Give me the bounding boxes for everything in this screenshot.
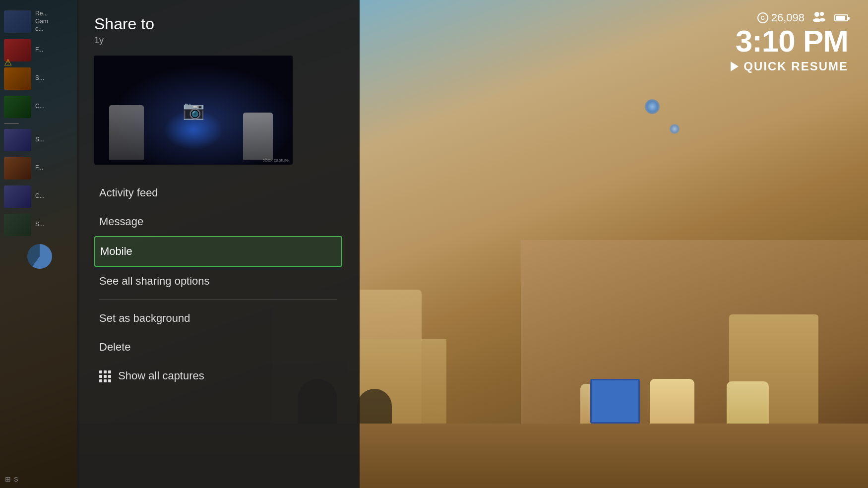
- sidebar-item-3[interactable]: S...: [0, 64, 79, 93]
- svg-point-3: [819, 18, 825, 22]
- sidebar-bottom: ⊞ S: [5, 475, 18, 483]
- gamerscore-value: 26,098: [771, 11, 805, 24]
- sidebar-label-4: C...: [35, 103, 45, 111]
- sidebar-label-3: S...: [35, 74, 44, 82]
- sidebar-label-7: C...: [35, 192, 45, 200]
- hud-battery: [833, 14, 848, 21]
- sidebar-thumb-4: [4, 96, 31, 118]
- sidebar-label-2: F...: [35, 46, 43, 54]
- hud: G 26,098 3:10 PM QUICK RESUME: [731, 11, 848, 73]
- svg-point-2: [820, 12, 824, 16]
- activity-feed-button[interactable]: Activity feed: [94, 179, 342, 207]
- sidebar-item-8[interactable]: S...: [0, 211, 79, 239]
- see-all-sharing-button[interactable]: See all sharing options: [94, 267, 342, 296]
- quick-resume[interactable]: QUICK RESUME: [731, 60, 848, 73]
- warning-icon: ⚠: [4, 57, 12, 68]
- sidebar-bottom-label: S: [14, 476, 18, 483]
- show-all-captures-button[interactable]: Show all captures: [94, 362, 342, 390]
- menu-divider: [99, 300, 337, 300]
- camera-icon: 📷: [183, 100, 205, 121]
- battery-bar: [834, 14, 848, 21]
- sidebar-thumb-6: [4, 157, 31, 180]
- preview-character-right: [243, 113, 273, 160]
- set-background-button[interactable]: Set as background: [94, 304, 342, 333]
- sidebar-label-6: F...: [35, 164, 43, 172]
- sidebar-item-2[interactable]: F...: [0, 36, 79, 64]
- svg-point-0: [814, 12, 819, 17]
- delete-button[interactable]: Delete: [94, 333, 342, 362]
- grid-icon: ⊞: [5, 475, 11, 483]
- preview-character-left: [109, 105, 144, 160]
- hud-gamerscore: G 26,098: [757, 11, 805, 24]
- share-panel: Share to 1y 📷 xbox capture Activity feed…: [77, 0, 360, 488]
- sidebar-thumb-3: [4, 67, 31, 90]
- share-subtitle: 1y: [94, 35, 342, 46]
- gamerscore-icon: G: [757, 12, 768, 23]
- hud-time: 3:10 PM: [731, 26, 848, 57]
- mobile-button[interactable]: Mobile: [94, 236, 342, 267]
- sidebar-thumb-8: [4, 214, 31, 236]
- grid-dots-icon: [99, 370, 111, 382]
- sidebar-item-1[interactable]: Re...Gamo...: [0, 5, 79, 36]
- sidebar-label-8: S...: [35, 221, 44, 229]
- screenshot-preview: 📷 xbox capture: [94, 56, 293, 165]
- sidebar-label-1: Re...Gamo...: [35, 10, 48, 33]
- sidebar-range: [0, 121, 79, 126]
- sidebar-item-5[interactable]: S...: [0, 126, 79, 154]
- sidebar-circle: [0, 239, 79, 274]
- sidebar-item-4[interactable]: C...: [0, 93, 79, 121]
- sidebar-label-5: S...: [35, 136, 44, 144]
- sidebar-thumb-7: [4, 185, 31, 208]
- play-icon: [731, 61, 739, 71]
- sidebar-item-7[interactable]: C...: [0, 183, 79, 211]
- battery-fill: [836, 16, 845, 20]
- preview-watermark: xbox capture: [263, 158, 289, 163]
- share-title: Share to: [94, 15, 342, 33]
- message-button[interactable]: Message: [94, 207, 342, 236]
- sidebar-item-6[interactable]: F...: [0, 154, 79, 183]
- sidebar-thumb-5: [4, 129, 31, 151]
- sidebar: ⚠ Re...Gamo... F... S... C... S... F... …: [0, 0, 79, 488]
- friends-icon: [812, 11, 825, 25]
- hud-icons-row: G 26,098: [731, 11, 848, 25]
- sidebar-thumb-1: [4, 10, 31, 33]
- quick-resume-label: QUICK RESUME: [744, 60, 848, 73]
